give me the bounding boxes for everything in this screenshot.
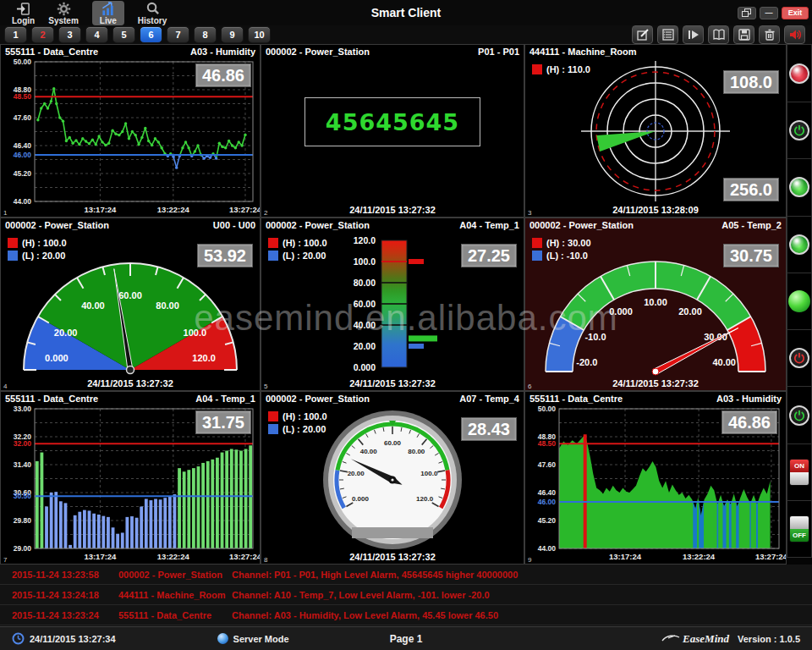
device-label: 000002 - Power_Station [5,219,109,232]
exit-button[interactable]: Exit [782,7,809,19]
alarm-device: 000002 - Power_Station [118,570,232,580]
control-sidebar: ONOFF [787,44,812,565]
page-tab-1[interactable]: 1 [4,26,27,43]
alarm-row[interactable]: 2015-11-24 13:24:18444111 - Machine_Room… [0,585,812,605]
nav-button-history[interactable]: History [138,2,167,25]
page-tab-10[interactable]: 10 [248,26,271,43]
nav-button-live[interactable]: Live [92,1,124,25]
channel-label: A07 - Temp_4 [459,393,519,405]
device-label: 444111 - Machine_Room [529,46,637,58]
y-axis-label: 46.00 [538,498,557,506]
x-axis-label: 13:22:24 [683,552,716,561]
book-tool-button[interactable] [708,25,729,44]
channel-label: A03 - Humidity [190,46,255,58]
legend-label: (L) : 20.00 [283,424,326,434]
rocker-label: OFF [790,529,809,542]
panel-header: 555111 - Data_CentreA03 - Humidity [525,392,786,405]
alarm-list: 2015-11-24 13:23:58000002 - Power_Statio… [0,565,812,626]
panel-2: 000002 - Power_StationP01 - P01456456452… [261,44,524,218]
nav-label: Login [12,16,35,25]
panel-legend: (H) : 100.0(L) : 20.00 [8,238,67,263]
y-axis-label: 33.00 [14,405,32,413]
alarm-message: Channel: P01 - P01, High Level Alarm, 45… [232,570,812,580]
panel-body: 50.0048.8048.5047.6046.4046.0045.2044.00… [1,58,260,217]
page-tab-7[interactable]: 7 [167,26,189,43]
page-tab-8[interactable]: 8 [194,26,217,43]
speaker-icon [788,28,802,41]
legend-swatch [8,238,18,248]
page-tab-9[interactable]: 9 [221,26,244,43]
panel-body: 4564564524/11/2015 13:27:322 [261,58,524,217]
legend-label: (H) : 100.0 [283,411,327,421]
channel-label: A04 - Temp_1 [195,393,255,405]
panel-timestamp: 24/11/2015 13:27:32 [261,205,524,215]
value-display: 30.75 [723,244,779,267]
smart-client-window: LoginSystemLiveHistory Smart Client —Exi… [0,0,812,650]
x-axis-label: 13:22:24 [157,552,190,561]
alarm-row[interactable]: 2015-11-24 13:23:58000002 - Power_Statio… [0,565,812,585]
channel-label: A03 - Humidity [716,393,782,405]
y-axis-label: 29.00 [14,544,32,553]
alarm-device: 555111 - Data_Centre [118,610,232,620]
export-tool-button[interactable] [683,25,704,44]
y-axis-label: 31.40 [14,460,32,469]
logo-swoosh-icon [661,634,680,642]
panel-timestamp: 24/11/2015 13:27:32 [261,378,524,388]
alarm-time: 2015-11-24 13:24:18 [0,590,118,600]
power-button-red[interactable] [789,348,809,368]
system-icon [57,2,71,16]
list-tool-button[interactable] [657,25,678,44]
scale-label: 20.00 [354,341,376,351]
alarm-message: Channel: A10 - Temp_7, Low Level Alarm, … [232,590,812,600]
panel-6: 000002 - Power_StationA05 - Temp_2-20.0-… [524,218,787,391]
rocker-half [790,472,809,485]
page-tab-3[interactable]: 3 [58,26,81,43]
status-indicator-button-2[interactable] [789,234,809,255]
device-label: 555111 - Data_Centre [5,46,98,58]
channel-label: P01 - P01 [478,46,519,58]
y-axis-label: 47.60 [14,113,32,122]
easemind-logo: EaseMind [661,632,729,646]
y-axis-label: 50.00 [538,405,557,413]
value-display: 27.25 [461,244,517,267]
sidebar-cell [787,159,812,216]
page-tab-4[interactable]: 4 [85,26,108,43]
value-display: 31.75 [195,410,251,434]
alarm-indicator-button[interactable] [789,63,809,84]
panel-body: 120.0100.080.0060.0040.0020.000.000(H) :… [261,232,524,390]
y-axis-label: 32.00 [14,439,32,448]
clock-icon [12,632,25,645]
page-tab-6[interactable]: 6 [140,26,162,43]
gauge-needle [654,328,738,375]
gauge-label: 20.00 [54,328,78,338]
panel-number: 8 [264,556,267,564]
legend-item: (H) : 100.0 [8,238,67,248]
gauge-label: 80.00 [408,448,425,455]
trash-tool-button[interactable] [759,25,780,44]
value-display: 46.86 [721,410,777,434]
restore-button[interactable] [738,7,756,19]
gauge-label: 0.000 [352,495,370,503]
speaker-tool-button[interactable] [784,25,805,44]
alarm-row[interactable]: 2015-11-24 13:23:24555111 - Data_CentreC… [0,605,812,625]
page-tab-2[interactable]: 2 [31,26,54,43]
nav-button-system[interactable]: System [48,2,79,25]
legend-swatch [532,238,542,248]
nav-button-login[interactable]: Login [12,2,35,25]
value-display: 256.0 [723,178,779,201]
panel-legend: (H) : 110.0 [532,64,590,77]
power-button-green-1[interactable] [789,120,809,140]
y-axis-label: 46.40 [14,141,32,150]
page-tab-5[interactable]: 5 [112,26,135,43]
off-switch[interactable]: OFF [789,515,809,543]
green-lamp-button[interactable] [788,290,810,312]
save-tool-button[interactable] [733,25,754,44]
status-indicator-button-1[interactable] [789,177,809,197]
gauge-label: 60.00 [118,290,142,300]
legend-swatch [268,411,278,421]
power-button-green-2[interactable] [789,405,809,426]
on-switch[interactable]: ON [789,459,809,486]
minimize-button[interactable]: — [760,7,778,19]
device-label: 000002 - Power_Station [266,46,370,58]
edit-tool-button[interactable] [632,25,653,44]
